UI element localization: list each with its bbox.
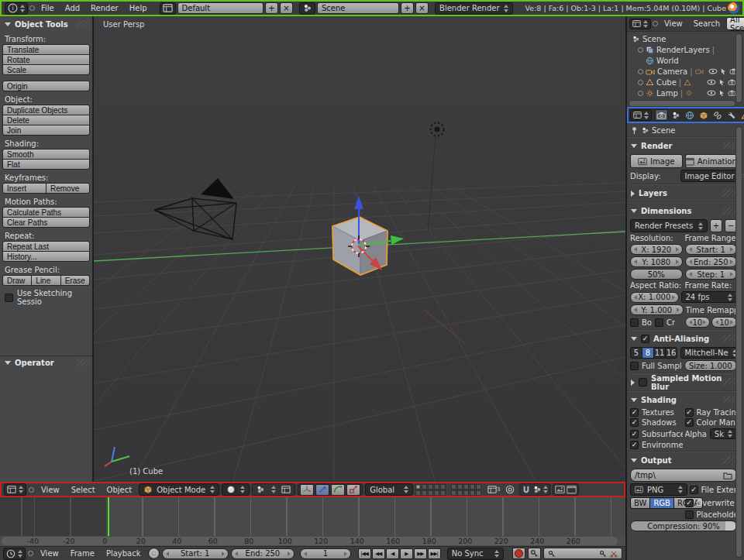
menu-file[interactable]: File [36,4,59,12]
add-scene-button[interactable]: + [401,2,414,14]
menu-search[interactable]: Search [689,19,725,28]
selectability-cursor-icon[interactable] [718,90,725,97]
tab-scene[interactable] [669,109,682,121]
render-image-button[interactable]: Image [630,154,683,168]
selectability-cursor-icon[interactable] [718,79,725,86]
frame-end-field[interactable]: End: 250 [685,256,738,267]
resolution-x-field[interactable]: X: 1920 [630,244,683,255]
file-extensions-checkbox[interactable] [690,486,698,494]
tab-object[interactable] [697,109,710,121]
visibility-eye-icon[interactable] [707,79,716,85]
viewport-3d[interactable]: User Persp (1) Cube [94,16,625,482]
editor-type-selector[interactable] [5,2,28,15]
screen-layout-icon[interactable] [160,2,176,15]
camera-object[interactable] [154,178,236,239]
play-reverse-button[interactable]: ◀ [386,548,399,559]
grease-erase-button[interactable]: Erase [60,275,90,286]
object-tools-panel-header[interactable]: Object Tools [0,18,92,31]
antialiasing-panel-header[interactable]: Anti-Aliasing [629,332,739,345]
scale-manipulator-icon[interactable] [346,484,360,496]
outliner-display-mode[interactable]: All Scen [726,17,744,30]
alpha-mode-select[interactable]: Sk [710,428,737,439]
screen-layout-field[interactable]: Default [177,2,264,14]
subsurface-checkbox[interactable] [630,430,639,438]
snap-element-icon[interactable] [532,485,542,494]
remove-keyframe-button[interactable]: Remove [46,183,90,194]
viewport-shading-select[interactable] [222,483,250,496]
delete-keyframe-icon[interactable] [610,550,618,558]
jump-to-end-button[interactable]: ▶▶| [428,548,441,559]
tab-world[interactable] [683,109,696,121]
flat-button[interactable]: Flat [2,159,90,170]
editor-type-selector[interactable] [630,109,652,121]
visibility-eye-icon[interactable] [708,68,718,74]
mode-select[interactable]: Object Mode [139,483,219,496]
snap-dropdown-arrows[interactable] [543,486,548,493]
collapse-menus-toggle[interactable] [653,21,658,26]
pin-icon[interactable] [630,126,639,135]
aspect-y-field[interactable]: Y: 1.000 [630,304,684,315]
aa-samples-8[interactable]: 8 [642,347,654,359]
scale-button[interactable]: Scale [2,64,90,75]
repeat-last-button[interactable]: Repeat Last [2,241,90,252]
jump-to-start-button[interactable]: |◀◀ [358,548,371,559]
tab-render[interactable] [655,109,668,121]
compression-slider[interactable]: Compression: 90% [630,520,737,531]
menu-render[interactable]: Render [86,4,123,12]
editor-type-selector[interactable] [629,19,651,29]
outliner-vertical-scrollbar[interactable] [735,33,742,103]
rotate-manipulator-icon[interactable] [331,484,345,496]
properties-scrollbar[interactable] [735,126,742,558]
tree-item-camera[interactable]: Camera| [627,66,744,77]
placeholder-checkbox[interactable] [685,510,694,519]
use-preview-range-icon[interactable] [148,548,160,559]
remap-old-field[interactable]: 10 [685,317,711,328]
manipulate-center-points-toggle[interactable] [279,484,293,496]
use-sketching-checkbox[interactable] [5,294,13,302]
tab-constraints[interactable] [711,109,724,121]
remap-new-field[interactable]: 10 [711,317,737,328]
crop-checkbox[interactable] [655,318,663,327]
grease-draw-button[interactable]: Draw [2,275,32,286]
editor-type-selector[interactable] [3,548,26,560]
menu-frame[interactable]: Frame [66,549,99,558]
active-keying-set-field[interactable] [543,548,622,559]
proportional-edit-icon[interactable] [503,484,517,496]
collapse-menus-toggle[interactable] [28,551,33,556]
tree-item-cube[interactable]: Cube| [627,77,744,88]
color-mode-rgb[interactable]: RGB [649,497,674,509]
layers-grid-2[interactable] [451,484,481,496]
panel-drag-ribs[interactable] [76,359,90,366]
layers-panel-header[interactable]: Layers [629,187,739,200]
calculate-paths-button[interactable]: Calculate Paths [2,207,90,218]
scene-field[interactable]: Scene [317,2,399,14]
delete-button[interactable]: Delete [2,115,90,125]
editor-type-selector[interactable] [4,483,26,496]
textures-checkbox[interactable] [630,408,639,417]
duplicate-objects-button[interactable]: Duplicate Objects [2,105,90,115]
add-preset-button[interactable]: + [710,219,722,232]
lamp-object[interactable] [428,123,444,232]
frame-rate-select[interactable]: 24 fps [681,291,738,303]
aa-samples-5[interactable]: 5 [630,347,642,359]
shadows-checkbox[interactable] [630,418,639,427]
clear-paths-button[interactable]: Clear Paths [2,217,90,228]
auto-keyframe-record-button[interactable] [512,548,525,559]
frame-step-field[interactable]: Step: 1 [685,269,738,280]
insert-keyframe-button[interactable]: Insert [2,183,46,194]
menu-help[interactable]: Help [125,4,152,12]
selectability-cursor-icon[interactable] [720,68,727,75]
output-path-field[interactable]: /tmp\ [630,469,737,482]
file-browse-icon[interactable] [723,472,732,479]
grease-line-button[interactable]: Line [31,275,60,286]
snap-magnet-icon[interactable] [522,485,531,494]
color-management-checkbox[interactable] [685,418,694,427]
render-presets-select[interactable]: Render Presets [630,219,708,232]
file-format-select[interactable]: PNG [630,483,687,496]
keying-icon[interactable] [528,548,541,559]
frame-start-field[interactable]: Start: 1 [162,548,229,559]
outliner-horizontal-scrollbar[interactable] [629,100,735,107]
next-keyframe-button[interactable]: ▶▶ [414,548,427,559]
overwrite-checkb ox[interactable] [685,499,694,507]
display-select[interactable]: Image Editor [680,170,738,182]
